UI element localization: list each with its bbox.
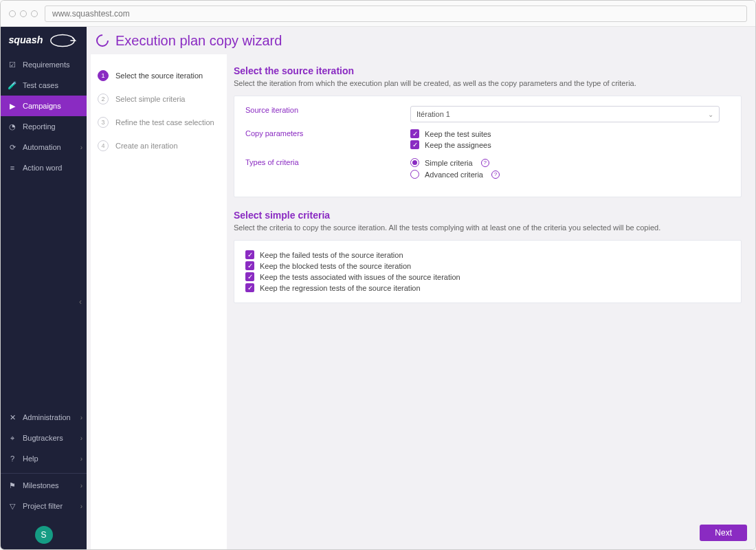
- sidebar-item-requirements[interactable]: ☑Requirements: [1, 54, 87, 75]
- checkbox-icon: [245, 261, 254, 270]
- separator: [1, 473, 87, 474]
- checkbox-icon: [245, 250, 254, 259]
- automation-icon: ⟳: [8, 142, 17, 152]
- checkbox-icon: [245, 272, 254, 281]
- action-word-icon: ≡: [8, 163, 17, 173]
- sidebar-item-label: Automation: [23, 143, 61, 151]
- sidebar-item-campaigns[interactable]: ▶Campaigns: [1, 96, 87, 116]
- sidebar-item-label: Campaigns: [23, 102, 61, 110]
- sidebar-item-help[interactable]: ?Help›: [1, 448, 87, 469]
- page-title: Execution plan copy wizard: [115, 33, 282, 49]
- sidebar-item-test-cases[interactable]: 🧪Test cases: [1, 75, 87, 96]
- sidebar-item-bugtrackers[interactable]: ⌖Bugtrackers›: [1, 428, 87, 448]
- checkbox-label: Keep the test suites: [425, 130, 491, 138]
- section1-title: Select the source iteration: [234, 65, 742, 76]
- section2-title: Select simple criteria: [234, 210, 742, 221]
- sidebar-item-label: Milestones: [23, 481, 59, 490]
- page-header: Execution plan copy wizard: [87, 27, 755, 54]
- source-iteration-select[interactable]: Itération 1⌄: [410, 106, 720, 122]
- window-max-dot[interactable]: [31, 10, 38, 17]
- filter-icon: ▽: [8, 501, 17, 511]
- checkbox-icon: [245, 283, 254, 292]
- sidebar-item-label: Action word: [23, 164, 62, 172]
- step-1[interactable]: 1Select the source iteration: [98, 64, 220, 87]
- wizard-form: Select the source iteration Select the i…: [227, 54, 753, 549]
- sidebar-item-label: Help: [23, 454, 38, 463]
- radio-icon: [410, 170, 419, 179]
- step-label: Select the source iteration: [115, 72, 203, 80]
- step-number: 4: [98, 140, 109, 151]
- step-number: 2: [98, 94, 109, 104]
- step-number: 1: [98, 70, 109, 81]
- checkbox-label: Keep the blocked tests of the source ite…: [260, 262, 411, 270]
- window-close-dot[interactable]: [9, 10, 16, 17]
- chevron-right-icon: ›: [80, 503, 82, 510]
- sidebar-item-action-word[interactable]: ≡Action word: [1, 157, 87, 178]
- sidebar-item-administration[interactable]: ✕Administration›: [1, 407, 87, 428]
- source-iteration-label: Source iteration: [245, 106, 410, 114]
- keep-failed-checkbox[interactable]: Keep the failed tests of the source iter…: [245, 250, 730, 259]
- simple-criteria-radio[interactable]: Simple criteria?: [410, 158, 730, 167]
- step-4[interactable]: 4Create an iteration: [98, 134, 220, 157]
- section2-panel: Keep the failed tests of the source iter…: [234, 240, 742, 303]
- sidebar-item-milestones[interactable]: ⚑Milestones›: [1, 475, 87, 496]
- sidebar-item-label: Requirements: [23, 60, 69, 69]
- url-bar[interactable]: www.squashtest.com: [45, 6, 747, 22]
- logo[interactable]: squash: [1, 27, 87, 54]
- keep-test-suites-checkbox[interactable]: Keep the test suites: [410, 129, 730, 138]
- checkbox-icon: [410, 129, 419, 138]
- bug-icon: ⌖: [8, 433, 17, 443]
- checkbox-label: Keep the failed tests of the source iter…: [260, 251, 403, 259]
- requirements-icon: ☑: [8, 60, 17, 69]
- sidebar-item-label: Reporting: [23, 122, 56, 131]
- step-label: Create an iteration: [115, 142, 178, 150]
- keep-blocked-checkbox[interactable]: Keep the blocked tests of the source ite…: [245, 261, 730, 270]
- test-cases-icon: 🧪: [8, 80, 17, 90]
- sidebar-item-project-filter[interactable]: ▽Project filter›: [1, 496, 87, 516]
- reporting-icon: ◔: [8, 122, 17, 131]
- main: Execution plan copy wizard 1Select the s…: [87, 27, 755, 549]
- flag-icon: ⚑: [8, 481, 17, 490]
- sidebar-item-automation[interactable]: ⟳Automation›: [1, 137, 87, 157]
- help-icon: ?: [8, 454, 17, 463]
- step-3[interactable]: 3Refine the test case selection: [98, 111, 220, 134]
- help-icon[interactable]: ?: [481, 159, 489, 167]
- chevron-down-icon: ⌄: [708, 111, 713, 118]
- campaigns-icon: ▶: [8, 101, 17, 111]
- next-button[interactable]: Next: [700, 525, 747, 541]
- keep-issues-checkbox[interactable]: Keep the tests associated with issues of…: [245, 272, 730, 281]
- user-avatar[interactable]: S: [35, 526, 53, 544]
- step-label: Select simple criteria: [115, 95, 185, 103]
- types-of-criteria-label: Types of criteria: [245, 158, 410, 166]
- reload-icon[interactable]: [93, 32, 111, 49]
- chevron-right-icon: ›: [80, 434, 82, 442]
- chevron-right-icon: ›: [80, 414, 82, 421]
- keep-assignees-checkbox[interactable]: Keep the assignees: [410, 140, 730, 149]
- select-value: Itération 1: [416, 110, 450, 118]
- sidebar-item-reporting[interactable]: ◔Reporting: [1, 116, 87, 137]
- admin-icon: ✕: [8, 412, 17, 422]
- section1-panel: Source iteration Itération 1⌄ Copy param…: [234, 96, 742, 197]
- radio-icon: [410, 158, 419, 167]
- help-icon[interactable]: ?: [491, 170, 500, 179]
- sidebar-item-label: Bugtrackers: [23, 434, 63, 442]
- wizard-steps: 1Select the source iteration 2Select sim…: [91, 54, 227, 549]
- chevron-right-icon: ›: [80, 482, 82, 490]
- checkbox-label: Keep the regression tests of the source …: [260, 284, 421, 292]
- checkbox-icon: [410, 140, 419, 149]
- browser-chrome: www.squashtest.com: [1, 1, 755, 27]
- advanced-criteria-radio[interactable]: Advanced criteria?: [410, 170, 730, 179]
- svg-text:squash: squash: [8, 34, 43, 45]
- sidebar-item-label: Test cases: [23, 81, 58, 89]
- keep-regression-checkbox[interactable]: Keep the regression tests of the source …: [245, 283, 730, 292]
- section1-desc: Select the iteration from which the exec…: [234, 79, 742, 87]
- sidebar: squash ☑Requirements 🧪Test cases ▶Campai…: [1, 27, 87, 549]
- step-2[interactable]: 2Select simple criteria: [98, 87, 220, 111]
- checkbox-label: Keep the assignees: [425, 141, 491, 149]
- chevron-right-icon: ›: [80, 144, 82, 151]
- checkbox-label: Keep the tests associated with issues of…: [260, 273, 460, 281]
- window-min-dot[interactable]: [20, 10, 27, 17]
- section2-desc: Select the criteria to copy the source i…: [234, 223, 742, 232]
- copy-parameters-label: Copy parameters: [245, 129, 410, 138]
- radio-label: Simple criteria: [425, 159, 473, 167]
